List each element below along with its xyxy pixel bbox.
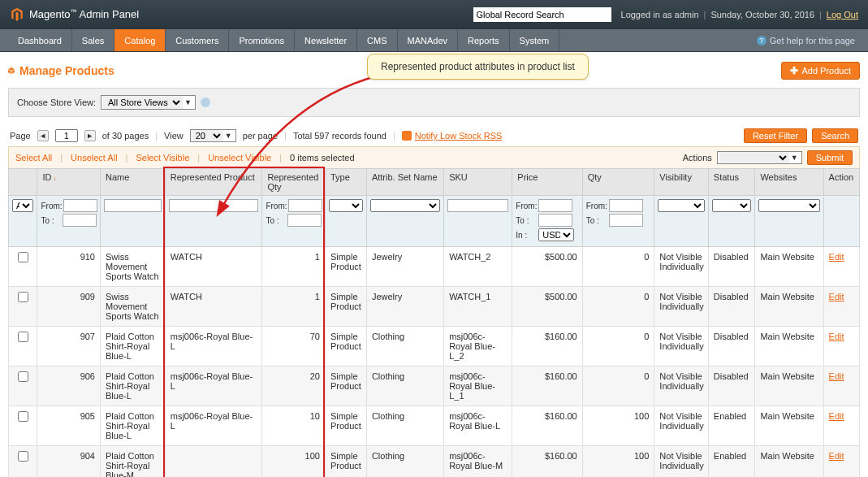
cell-type: Simple Product bbox=[325, 247, 366, 287]
filter-price-to[interactable] bbox=[538, 214, 572, 227]
nav-item-system[interactable]: System bbox=[510, 29, 560, 51]
nav-item-manadev[interactable]: MANAdev bbox=[398, 29, 459, 51]
submit-button[interactable]: Submit bbox=[807, 150, 853, 165]
table-row[interactable]: 909Swiss Movement Sports WatchWATCH1Simp… bbox=[9, 287, 860, 327]
col-qty[interactable]: Qty bbox=[582, 169, 654, 196]
col-websites[interactable]: Websites bbox=[755, 169, 823, 196]
row-checkbox[interactable] bbox=[18, 451, 28, 462]
logout-link[interactable]: Log Out bbox=[827, 10, 858, 20]
filter-rqty-to[interactable] bbox=[287, 214, 322, 227]
unselect-visible-link[interactable]: Unselect Visible bbox=[208, 153, 271, 163]
filter-attrib-set[interactable] bbox=[370, 199, 440, 212]
row-checkbox[interactable] bbox=[18, 411, 28, 422]
cell-id: 904 bbox=[37, 446, 101, 478]
col-status[interactable]: Status bbox=[708, 169, 755, 196]
edit-link[interactable]: Edit bbox=[829, 292, 844, 301]
filter-rqty-from[interactable] bbox=[288, 199, 322, 212]
edit-link[interactable]: Edit bbox=[829, 451, 844, 461]
table-row[interactable]: 904Plaid Cotton Shirt-Royal Blue-M100Sim… bbox=[9, 446, 860, 478]
filter-row: Any From: To : From: To : From bbox=[9, 196, 860, 247]
col-type[interactable]: Type bbox=[325, 169, 366, 196]
table-row[interactable]: 907Plaid Cotton Shirt-Royal Blue-Lmsj006… bbox=[9, 327, 860, 366]
filter-status[interactable] bbox=[712, 199, 752, 212]
select-visible-link[interactable]: Select Visible bbox=[136, 153, 189, 163]
row-checkbox[interactable] bbox=[18, 252, 28, 262]
from-label: From: bbox=[516, 202, 537, 210]
cell-attrib-set: Clothing bbox=[366, 366, 443, 406]
cell-attrib-set: Jewelry bbox=[366, 247, 443, 287]
col-price[interactable]: Price bbox=[512, 169, 582, 196]
select-all-link[interactable]: Select All bbox=[15, 153, 52, 163]
search-button[interactable]: Search bbox=[812, 128, 858, 143]
filter-type[interactable] bbox=[329, 199, 363, 212]
filter-any-select[interactable]: Any bbox=[12, 199, 33, 212]
cell-visibility: Not Visible Individually bbox=[654, 406, 708, 446]
col-sku[interactable]: SKU bbox=[444, 169, 512, 196]
row-checkbox[interactable] bbox=[18, 292, 28, 302]
edit-link[interactable]: Edit bbox=[829, 252, 844, 262]
row-checkbox[interactable] bbox=[18, 371, 28, 382]
cell-price: $500.00 bbox=[512, 247, 582, 287]
in-label: In : bbox=[516, 231, 537, 240]
add-product-button[interactable]: ✚Add Product bbox=[781, 62, 860, 80]
cell-sku: msj006c-Royal Blue-L_1 bbox=[444, 366, 512, 406]
filter-qty-to[interactable] bbox=[609, 214, 643, 227]
unselect-all-link[interactable]: Unselect All bbox=[71, 153, 117, 163]
table-row[interactable]: 905Plaid Cotton Shirt-Royal Blue-Lmsj006… bbox=[9, 406, 860, 446]
nav-item-reports[interactable]: Reports bbox=[458, 29, 510, 51]
filter-websites[interactable] bbox=[758, 199, 819, 212]
per-page-select[interactable]: 20 bbox=[192, 130, 223, 141]
filter-sku[interactable] bbox=[447, 199, 508, 212]
filter-id-to[interactable] bbox=[63, 214, 97, 227]
nav-item-sales[interactable]: Sales bbox=[72, 29, 115, 51]
store-view-select[interactable]: All Store Views bbox=[103, 96, 183, 109]
help-icon: ? bbox=[757, 36, 767, 46]
page-next-button[interactable]: ► bbox=[84, 130, 96, 141]
reset-filter-button[interactable]: Reset Filter bbox=[744, 128, 807, 143]
cell-attrib-set: Clothing bbox=[366, 327, 443, 366]
cell-name: Swiss Movement Sports Watch bbox=[100, 287, 165, 327]
to-label: To : bbox=[266, 216, 286, 225]
to-label: To : bbox=[586, 216, 607, 225]
table-row[interactable]: 910Swiss Movement Sports WatchWATCH1Simp… bbox=[9, 247, 860, 287]
col-id[interactable]: ID↓ bbox=[37, 169, 101, 196]
filter-currency[interactable]: USD bbox=[538, 228, 574, 241]
edit-link[interactable]: Edit bbox=[829, 332, 844, 341]
nav-item-catalog[interactable]: Catalog bbox=[114, 29, 166, 51]
cell-qty: 0 bbox=[582, 247, 654, 287]
cell-websites: Main Website bbox=[755, 327, 823, 366]
cell-id: 906 bbox=[37, 366, 101, 406]
edit-link[interactable]: Edit bbox=[829, 371, 844, 381]
page-prev-button[interactable]: ◄ bbox=[37, 130, 49, 141]
col-represented-qty[interactable]: Represented Qty bbox=[262, 169, 326, 196]
rss-link[interactable]: Notify Low Stock RSS bbox=[402, 131, 503, 141]
row-checkbox[interactable] bbox=[18, 332, 28, 342]
page-number-input[interactable] bbox=[55, 129, 78, 142]
filter-id-from[interactable] bbox=[63, 199, 97, 212]
cell-websites: Main Website bbox=[755, 446, 823, 478]
col-represented-product[interactable]: Represented Product bbox=[165, 169, 262, 196]
nav-item-dashboard[interactable]: Dashboard bbox=[8, 29, 72, 51]
col-attrib-set[interactable]: Attrib. Set Name bbox=[366, 169, 443, 196]
edit-link[interactable]: Edit bbox=[829, 411, 844, 421]
filter-visibility[interactable] bbox=[658, 199, 704, 212]
hint-icon[interactable] bbox=[201, 98, 210, 107]
filter-rep-product[interactable] bbox=[169, 199, 259, 212]
filter-name[interactable] bbox=[104, 199, 162, 212]
store-view-label: Choose Store View: bbox=[17, 98, 96, 107]
cell-rep-qty: 1 bbox=[262, 287, 326, 327]
cell-price: $160.00 bbox=[512, 327, 582, 366]
table-row[interactable]: 906Plaid Cotton Shirt-Royal Blue-Lmsj006… bbox=[9, 366, 860, 406]
actions-select[interactable] bbox=[719, 152, 789, 163]
nav-item-newsletter[interactable]: Newsletter bbox=[295, 29, 357, 51]
nav-item-cms[interactable]: CMS bbox=[357, 29, 397, 51]
nav-item-customers[interactable]: Customers bbox=[166, 29, 229, 51]
col-name[interactable]: Name bbox=[100, 169, 165, 196]
global-search-input[interactable] bbox=[473, 7, 611, 22]
filter-qty-from[interactable] bbox=[609, 199, 643, 212]
filter-price-from[interactable] bbox=[538, 199, 572, 212]
cell-name: Swiss Movement Sports Watch bbox=[100, 247, 165, 287]
col-visibility[interactable]: Visibility bbox=[654, 169, 708, 196]
nav-item-promotions[interactable]: Promotions bbox=[229, 29, 295, 51]
nav-help-link[interactable]: ?Get help for this page bbox=[752, 29, 860, 51]
